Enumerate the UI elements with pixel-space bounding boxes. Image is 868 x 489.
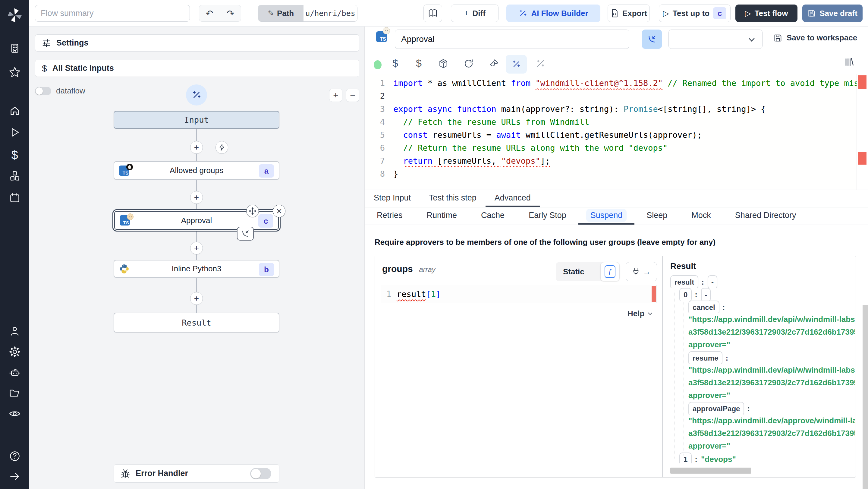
code-line[interactable]: 8}: [365, 167, 868, 180]
insert-step-button[interactable]: +: [190, 191, 203, 204]
json-key-row[interactable]: result:-: [666, 275, 855, 288]
tab-runtime[interactable]: Runtime: [415, 207, 469, 224]
code-line[interactable]: 1import * as wmillClient from "windmill-…: [365, 77, 868, 90]
export-button[interactable]: Export: [608, 4, 650, 22]
script-kind-dropdown[interactable]: [669, 30, 763, 49]
redo-button[interactable]: ↷: [220, 5, 241, 22]
horizontal-scrollbar-thumb[interactable]: [670, 467, 751, 473]
tab-cache[interactable]: Cache: [469, 207, 517, 224]
json-string-row: "https://app.windmill.dev/approve/windmi…: [666, 415, 855, 427]
static-toggle[interactable]: Static: [556, 262, 604, 281]
home-icon[interactable]: [0, 105, 29, 116]
undo-button[interactable]: ↶: [199, 5, 220, 22]
suspend-phone-button[interactable]: [642, 30, 662, 49]
code-line[interactable]: 7 return [resumeUrls, "devops"];: [365, 154, 868, 167]
dataflow-toggle[interactable]: [35, 87, 51, 95]
audit-eye-icon[interactable]: [0, 407, 29, 420]
connect-input-button[interactable]: →: [626, 262, 657, 281]
tab-retries[interactable]: Retries: [365, 207, 415, 224]
json-key-row[interactable]: resume:: [666, 351, 855, 364]
save-draft-label: Save draft: [819, 9, 858, 18]
error-handler-toggle[interactable]: [250, 468, 271, 479]
result-json-viewer: result:-0:-cancel:"https://app.windmill.…: [666, 275, 855, 463]
all-static-inputs-row[interactable]: $ All Static Inputs: [35, 60, 359, 77]
panel-divider: [662, 256, 663, 477]
tab-advanced[interactable]: Advanced: [486, 190, 540, 207]
save-to-workspace-button[interactable]: Save to workspace: [773, 33, 857, 42]
code-editor[interactable]: 1import * as wmillClient from "windmill-…: [365, 74, 868, 190]
path-value[interactable]: u/henri/bes: [304, 5, 357, 22]
help-dropdown[interactable]: Help: [627, 309, 652, 318]
resources-dollar-icon[interactable]: $: [416, 57, 422, 69]
code-line[interactable]: 2: [365, 90, 868, 102]
expr-editor[interactable]: 1 result[1]: [381, 285, 657, 303]
tab-test-this-step[interactable]: Test this step: [420, 190, 486, 207]
flow-ai-wand-button[interactable]: [186, 84, 207, 105]
schedules-calendar-icon[interactable]: [0, 192, 29, 203]
expand-arrow-icon[interactable]: [0, 471, 29, 482]
flow-node-result[interactable]: Result: [114, 313, 279, 333]
variables-dollar-icon[interactable]: $: [393, 57, 398, 69]
windmill-logo-icon[interactable]: [0, 7, 29, 24]
variables-dollar-icon[interactable]: $: [0, 148, 29, 162]
user-icon[interactable]: [0, 326, 29, 336]
tab-mock[interactable]: Mock: [679, 207, 723, 224]
ai-off-icon[interactable]: [535, 59, 546, 69]
diff-button[interactable]: ± Diff: [451, 4, 498, 22]
folders-icon[interactable]: [0, 387, 29, 399]
reload-icon[interactable]: [464, 59, 474, 69]
test-flow-button[interactable]: ▷ Test flow: [735, 4, 798, 22]
tab-shared-directory[interactable]: Shared Directory: [723, 207, 808, 224]
code-line[interactable]: 3export async function main(approver?: s…: [365, 102, 868, 116]
code-line[interactable]: 4 // Fetch the resume URLs from Windmill: [365, 116, 868, 128]
settings-gear-icon[interactable]: [0, 346, 29, 358]
format-brush-icon[interactable]: [489, 59, 499, 69]
insert-step-button[interactable]: +: [190, 141, 203, 154]
collapse-toggle[interactable]: -: [701, 288, 711, 301]
collapse-toggle[interactable]: -: [708, 275, 717, 288]
flow-node-allowed-groups[interactable]: TS Allowed groups a: [114, 161, 279, 180]
tab-step-input[interactable]: Step Input: [365, 190, 420, 207]
move-step-button[interactable]: [246, 205, 259, 217]
zoom-out-button[interactable]: −: [346, 89, 359, 102]
json-key-row[interactable]: 1:"devops": [666, 453, 855, 463]
trigger-bolt-button[interactable]: [216, 141, 228, 154]
javascript-expr-button[interactable]: ƒ: [600, 262, 620, 281]
resources-cubes-icon[interactable]: [0, 171, 29, 182]
json-key-row[interactable]: 0:-: [666, 288, 855, 301]
path-button[interactable]: ✎ Path u/henri/bes: [258, 5, 358, 22]
workspace-icon[interactable]: [0, 43, 29, 54]
sidebar-divider: [0, 29, 29, 29]
json-key-row[interactable]: cancel:: [666, 301, 855, 313]
delete-step-button[interactable]: ×: [273, 205, 285, 217]
error-handler-row[interactable]: Error Handler: [114, 464, 279, 483]
tab-sleep[interactable]: Sleep: [634, 207, 679, 224]
tab-early-stop[interactable]: Early Stop: [517, 207, 578, 224]
ai-assist-button[interactable]: [506, 55, 527, 73]
step-title-input[interactable]: Approval: [395, 30, 629, 49]
save-draft-button[interactable]: Save draft: [802, 4, 863, 22]
flow-node-input[interactable]: Input: [114, 111, 279, 129]
tab-suspend[interactable]: Suspend: [578, 207, 635, 224]
workers-robot-icon[interactable]: [0, 367, 29, 378]
flow-summary-input[interactable]: Flow summary: [35, 5, 190, 22]
settings-row[interactable]: Settings: [35, 34, 359, 52]
library-icon[interactable]: [843, 57, 854, 67]
insert-step-button[interactable]: +: [190, 292, 203, 305]
docs-button[interactable]: [424, 4, 442, 22]
test-up-to-button[interactable]: ▷ Test up to c: [659, 4, 731, 22]
favorites-star-icon[interactable]: [0, 66, 29, 78]
zoom-in-button[interactable]: +: [329, 89, 342, 102]
vertical-scrollbar-thumb[interactable]: [863, 305, 868, 489]
ai-flow-builder-button[interactable]: AI Flow Builder: [506, 4, 600, 22]
package-icon[interactable]: [438, 59, 448, 69]
json-key-row[interactable]: approvalPage:: [666, 402, 855, 415]
runs-play-icon[interactable]: [0, 127, 29, 137]
flow-node-inline-python3[interactable]: Inline Python3 b: [114, 260, 279, 278]
code-line[interactable]: 5 const resumeUrls = await wmillClient.g…: [365, 128, 868, 142]
help-icon[interactable]: [0, 450, 29, 462]
path-segment[interactable]: ✎ Path: [258, 5, 304, 22]
insert-step-button[interactable]: +: [190, 242, 203, 254]
suspend-description: Require approvers to be members of one o…: [375, 238, 715, 247]
code-line[interactable]: 6 // Return the resume URLs along with t…: [365, 142, 868, 154]
